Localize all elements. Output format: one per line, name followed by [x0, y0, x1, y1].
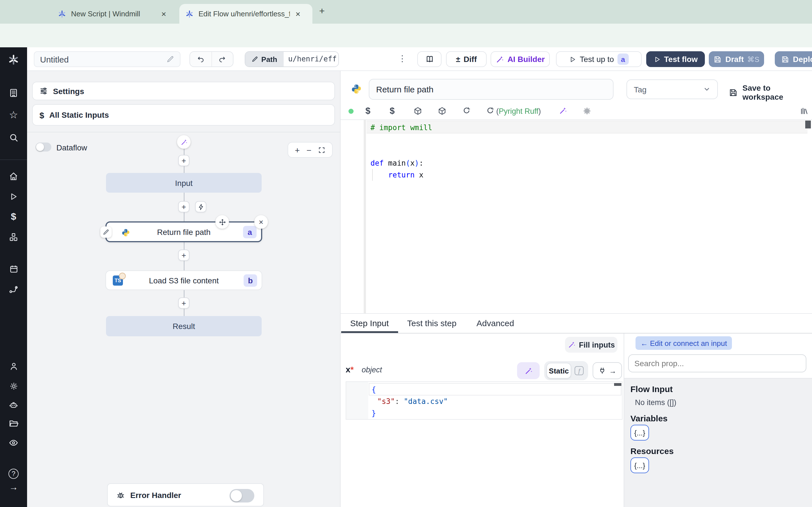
- variable-picker-button[interactable]: $: [365, 106, 370, 116]
- tab-test-this-step[interactable]: Test this step: [407, 318, 456, 328]
- sidebar-item-audit[interactable]: [8, 438, 18, 448]
- add-step-button[interactable]: +: [178, 297, 190, 309]
- reload-button[interactable]: [486, 107, 495, 115]
- sidebar-item-home[interactable]: [8, 171, 18, 181]
- edit-step-button[interactable]: [100, 226, 112, 238]
- add-trigger-button[interactable]: [195, 201, 206, 212]
- sidebar-item-workers[interactable]: [8, 400, 18, 410]
- path-control[interactable]: Path u/henri/eff: [245, 51, 339, 67]
- json-current-line: [369, 383, 621, 395]
- resources-object-button[interactable]: {...}: [630, 457, 649, 473]
- test-flow-button[interactable]: Test flow: [646, 51, 705, 67]
- windmill-logo[interactable]: [7, 54, 20, 66]
- package-icon: [438, 107, 447, 115]
- new-tab-button[interactable]: +: [319, 6, 325, 17]
- step-badge: a: [617, 54, 629, 65]
- collapse-sidebar-button[interactable]: →: [8, 482, 18, 492]
- flow-input-title: Flow Input: [630, 384, 673, 394]
- edit-or-connect-banner[interactable]: ← Edit or connect an input: [636, 336, 732, 350]
- code-line-def[interactable]: def main(x):: [370, 157, 423, 169]
- draft-label: Draft: [725, 55, 744, 64]
- close-icon[interactable]: ×: [296, 10, 301, 18]
- flow-node-input[interactable]: Input: [106, 173, 262, 193]
- ai-builder-button[interactable]: AI Builder: [491, 51, 550, 67]
- close-icon[interactable]: ×: [161, 10, 166, 18]
- toggle-knob: [231, 490, 242, 501]
- sidebar-item-routes[interactable]: [8, 284, 18, 295]
- sidebar-item-variables[interactable]: $: [8, 212, 18, 222]
- sidebar-item-users[interactable]: [8, 361, 18, 371]
- browser-tab-active[interactable]: Edit Flow u/henri/effortless_fl ×: [179, 4, 312, 24]
- app-sidebar: ☆ $ ? →: [0, 47, 27, 507]
- package-button[interactable]: [438, 107, 447, 115]
- flow-node-result[interactable]: Result: [106, 316, 262, 336]
- step-a-label: Return file path: [157, 227, 211, 236]
- dataflow-toggle[interactable]: [36, 143, 51, 152]
- flow-node-step-b[interactable]: TS Load S3 file content b: [105, 270, 262, 290]
- code-line-return[interactable]: return x: [370, 169, 423, 181]
- package-button[interactable]: [413, 107, 422, 115]
- editor-settings-button[interactable]: [582, 107, 592, 115]
- save-icon: [781, 55, 790, 63]
- sidebar-item-settings[interactable]: [8, 381, 18, 391]
- flow-node-step-a[interactable]: Return file path a: [105, 221, 262, 242]
- path-label-segment[interactable]: Path: [245, 52, 284, 66]
- sidebar-item-search[interactable]: [8, 132, 18, 143]
- json-scrollbar[interactable]: [614, 383, 621, 386]
- variables-object-button[interactable]: {...}: [630, 425, 649, 441]
- code-line-comment[interactable]: # import wmill: [370, 122, 432, 133]
- tag-select[interactable]: Tag: [626, 79, 718, 99]
- more-options-button[interactable]: ⋮: [398, 54, 407, 64]
- flow-name-field[interactable]: Untitled: [34, 51, 181, 67]
- draft-button[interactable]: Draft ⌘S: [709, 51, 764, 67]
- ai-fill-button[interactable]: [517, 362, 540, 379]
- add-step-button[interactable]: +: [178, 155, 190, 166]
- error-handler-card: Error Handler: [107, 483, 264, 506]
- sidebar-item-workspace[interactable]: [8, 88, 18, 98]
- help-button[interactable]: ?: [8, 469, 18, 479]
- fit-view-button[interactable]: [318, 146, 325, 154]
- error-handler-toggle[interactable]: [230, 489, 254, 503]
- all-static-inputs-button[interactable]: $ All Static Inputs: [32, 104, 335, 126]
- resource-picker-button[interactable]: $: [390, 106, 395, 116]
- toggle-knob: [36, 143, 44, 151]
- add-step-button[interactable]: +: [178, 249, 190, 261]
- sidebar-item-resources[interactable]: [8, 232, 18, 242]
- lint-status[interactable]: (Pyright Ruff): [496, 107, 541, 115]
- add-step-button[interactable]: +: [178, 201, 190, 212]
- save-to-workspace-button[interactable]: Save to workspace: [728, 83, 812, 101]
- sidebar-item-folders[interactable]: [8, 418, 18, 429]
- tab-advanced[interactable]: Advanced: [476, 318, 514, 328]
- redo-button[interactable]: [212, 52, 233, 66]
- javascript-mode-icon[interactable]: ƒ: [574, 366, 583, 375]
- sidebar-item-runs[interactable]: [8, 191, 18, 202]
- editor-scrollbar[interactable]: [805, 121, 811, 128]
- zoom-in-button[interactable]: +: [295, 145, 300, 155]
- tab-step-input[interactable]: Step Input: [350, 318, 389, 328]
- json-input-editor[interactable]: { "s3": "data.csv" }: [346, 381, 622, 420]
- flow-ai-button[interactable]: [177, 135, 191, 149]
- ai-assistant-button[interactable]: [559, 107, 567, 115]
- plug-icon[interactable]: [598, 367, 606, 375]
- json-line-2: "s3": "data.csv": [377, 395, 448, 407]
- zoom-out-button[interactable]: −: [306, 145, 312, 155]
- diff-button[interactable]: ±Diff: [446, 51, 487, 67]
- test-up-to-button[interactable]: Test up to a: [556, 51, 642, 67]
- deploy-button[interactable]: Deploy: [775, 51, 812, 67]
- flow-settings-button[interactable]: Settings: [32, 82, 335, 100]
- fill-inputs-button[interactable]: Fill inputs: [565, 337, 617, 353]
- docs-button[interactable]: [417, 51, 442, 67]
- delete-step-button[interactable]: ×: [254, 215, 268, 229]
- library-button[interactable]: [800, 107, 809, 115]
- sidebar-item-favorites[interactable]: ☆: [8, 110, 18, 120]
- sidebar-item-schedules[interactable]: [8, 264, 18, 274]
- move-step-button[interactable]: [215, 215, 229, 229]
- step-name-field[interactable]: Return file path: [369, 79, 613, 100]
- static-mode-button[interactable]: Static: [546, 363, 571, 379]
- status-dot: [349, 109, 354, 114]
- search-prop-input[interactable]: [628, 354, 806, 372]
- browser-tab-inactive[interactable]: New Script | Windmill ×: [52, 4, 178, 24]
- reload-button[interactable]: [462, 107, 471, 115]
- arrow-right-icon[interactable]: →: [609, 367, 617, 375]
- undo-button[interactable]: [190, 52, 212, 66]
